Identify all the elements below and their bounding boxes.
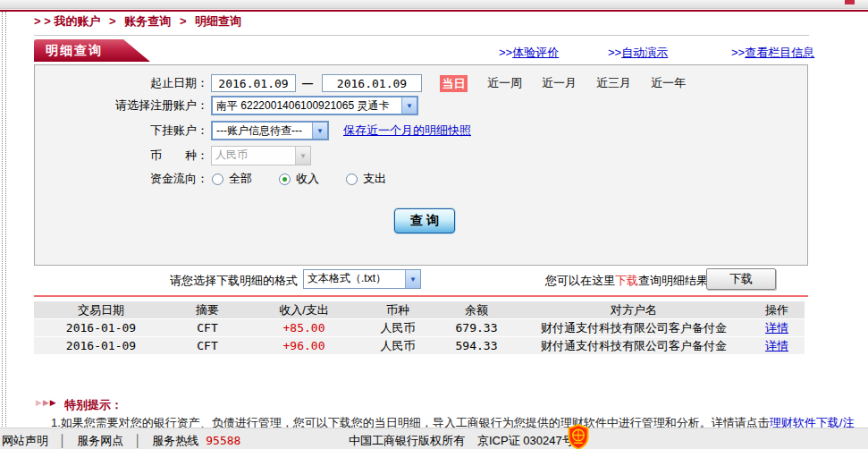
download-hint-emphasis: 下载	[615, 274, 638, 287]
registered-account-row: 请选择注册账户： 南平 6222001406100921065 灵通卡 ▼	[35, 96, 807, 115]
chevron-down-icon[interactable]: ▼	[312, 123, 327, 139]
fund-flow-row: 资金流向： 全部 收入 支出	[35, 171, 807, 187]
footer-bar: 网站声明│服务网点│服务热线95588 中国工商银行版权所有京ICP证 0302…	[0, 428, 868, 449]
quick-range-year[interactable]: 近一年	[651, 75, 686, 91]
window-top-strip	[0, 0, 868, 9]
date-range-label: 起止日期：	[35, 75, 208, 91]
col-header-action: 操作	[749, 301, 805, 318]
col-header-summary: 摘要	[168, 301, 247, 318]
cell-summary: CFT	[168, 319, 247, 336]
date-range-row: 起止日期： — 当日 近一周 近一月 近三月 近一年	[35, 74, 807, 92]
today-button[interactable]: 当日	[440, 75, 468, 92]
currency-label: 币 种：	[35, 148, 208, 164]
cell-date: 2016-01-09	[34, 319, 168, 336]
quick-range-month[interactable]: 近一月	[542, 75, 577, 91]
col-header-amount: 收入/支出	[247, 301, 361, 318]
download-button[interactable]: 下载	[706, 268, 776, 290]
col-header-currency: 币种	[361, 301, 434, 318]
flow-option-expense[interactable]: 支出	[346, 171, 386, 187]
save-monthly-snapshot-link[interactable]: 保存近一个月的明细快照	[343, 123, 471, 139]
cell-counterparty: 财付通支付科技有限公司客户备付金	[518, 319, 749, 336]
quick-range-week[interactable]: 近一周	[487, 75, 522, 91]
sub-account-row: 下挂账户： ---账户信息待查--- ▼ 保存近一个月的明细快照	[35, 121, 807, 140]
download-format-select[interactable]: 文本格式（.txt） ▼	[303, 269, 421, 289]
date-dash: —	[302, 77, 313, 89]
col-header-date: 交易日期	[34, 301, 168, 318]
footer-left-links: 网站声明│服务网点│服务热线95588	[2, 433, 240, 449]
breadcrumb: > > 我的账户 > 账务查询 > 明细查询	[34, 13, 241, 30]
cell-date: 2016-01-09	[34, 337, 168, 354]
red-separator-line	[34, 295, 808, 297]
cell-counterparty: 财付通支付科技有限公司客户备付金	[518, 337, 749, 354]
breadcrumb-my-account[interactable]: 我的账户	[54, 14, 100, 28]
table-row: 2016-01-09 CFT +96.00 人民币 594.33 财付通支付科技…	[34, 337, 805, 354]
detail-link[interactable]: 详情	[765, 321, 788, 335]
footer-divider: │	[59, 434, 66, 447]
currency-row: 币 种： 人民币 ▼	[35, 146, 807, 165]
certification-badge-icon	[567, 424, 590, 449]
footer-hotline-label: 服务热线	[152, 434, 198, 447]
cell-currency: 人民币	[361, 319, 434, 336]
top-right-red-mark	[845, 0, 855, 4]
notice-arrows-icon: ▶▶▶	[36, 398, 57, 407]
footer-hotline-number: 95588	[206, 434, 240, 447]
cell-balance: 679.33	[434, 319, 518, 336]
breadcrumb-separator: >	[180, 14, 187, 28]
link-experience-rating[interactable]: >>体验评价	[499, 45, 559, 61]
breadcrumb-arrows: > >	[34, 14, 51, 28]
chevron-down-icon: ▼	[295, 147, 310, 165]
col-header-counterparty: 对方户名	[518, 301, 749, 318]
detail-link[interactable]: 详情	[765, 339, 788, 352]
link-auto-demo[interactable]: >>自动演示	[608, 45, 668, 61]
cell-balance: 594.33	[434, 337, 518, 354]
link-view-column-info[interactable]: >>查看栏目信息	[731, 45, 814, 61]
table-header-row: 交易日期 摘要 收入/支出 币种 余额 对方户名 操作	[34, 301, 805, 318]
panel-title-tab: 明细查询	[34, 39, 150, 62]
panel-title: 明细查询	[46, 43, 103, 57]
col-header-balance: 余额	[434, 301, 518, 318]
sub-account-select[interactable]: ---账户信息待查--- ▼	[211, 121, 329, 140]
cell-amount: +96.00	[247, 337, 361, 354]
footer-divider: │	[134, 434, 141, 447]
flow-option-income[interactable]: 收入	[279, 171, 319, 187]
query-form-panel: 起止日期： — 当日 近一周 近一月 近三月 近一年 请选择注册账户： 南平 6…	[34, 64, 808, 266]
radio-income[interactable]	[279, 174, 291, 185]
left-dotted-border	[0, 12, 8, 427]
breadcrumb-detail-query[interactable]: 明细查询	[195, 14, 241, 28]
end-date-input[interactable]	[322, 74, 422, 92]
radio-all[interactable]	[212, 174, 223, 185]
chevron-down-icon[interactable]: ▼	[401, 97, 417, 114]
footer-copyright: 中国工商银行版权所有京ICP证 030247号	[349, 433, 574, 449]
special-notice-title: 特别提示：	[64, 397, 122, 413]
flow-option-all[interactable]: 全部	[212, 171, 252, 187]
footer-site-statement-link[interactable]: 网站声明	[2, 434, 48, 447]
query-button[interactable]: 查 询	[394, 208, 455, 233]
chevron-down-icon[interactable]: ▼	[405, 270, 420, 288]
currency-select: 人民币 ▼	[211, 146, 311, 165]
transactions-table: 交易日期 摘要 收入/支出 币种 余额 对方户名 操作 2016-01-09 C…	[34, 301, 805, 355]
footer-service-outlets-link[interactable]: 服务网点	[77, 434, 123, 447]
fund-flow-label: 资金流向：	[35, 171, 208, 187]
registered-account-select[interactable]: 南平 6222001406100921065 灵通卡 ▼	[211, 96, 418, 115]
quick-range-quarter[interactable]: 近三月	[596, 75, 631, 91]
download-format-label: 请您选择下载明细的格式	[170, 273, 298, 289]
link-prefix: >>	[608, 46, 621, 59]
breadcrumb-account-query[interactable]: 账务查询	[124, 14, 171, 28]
footer-icp: 京ICP证 030247号	[477, 434, 574, 447]
download-hint: 您可以在这里下载查询明细结果	[545, 273, 708, 289]
icbc-detail-query-page: { "colors":{"icbc_red":"#9e0021","link_b…	[0, 0, 868, 449]
radio-expense[interactable]	[346, 174, 358, 185]
sub-account-label: 下挂账户：	[35, 123, 208, 139]
breadcrumb-separator: >	[109, 14, 116, 28]
start-date-input[interactable]	[211, 74, 296, 92]
header-rule	[34, 35, 809, 36]
link-prefix: >>	[731, 46, 745, 59]
cell-summary: CFT	[168, 337, 247, 354]
cell-amount: +85.00	[247, 319, 361, 336]
registered-account-label: 请选择注册账户：	[35, 97, 208, 114]
link-prefix: >>	[499, 46, 512, 59]
top-red-divider	[0, 10, 868, 12]
cell-currency: 人民币	[361, 337, 434, 354]
table-row: 2016-01-09 CFT +85.00 人民币 679.33 财付通支付科技…	[34, 319, 805, 336]
